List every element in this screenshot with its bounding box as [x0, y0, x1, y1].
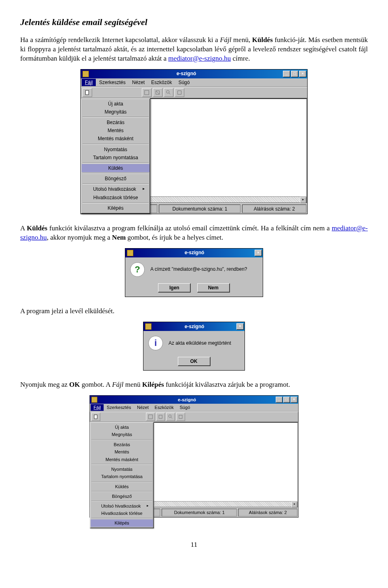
- menu-help[interactable]: Súgó: [175, 79, 193, 86]
- menu-view[interactable]: Nézet: [134, 404, 152, 411]
- menu-item-new[interactable]: Új akta: [82, 100, 150, 108]
- file-dropdown: Új akta Megnyitás Bezárás Mentés Mentés …: [81, 98, 150, 214]
- status-mid: Dokumentumok száma: 1: [159, 204, 240, 213]
- right-pane: ◂ ▸: [141, 98, 307, 203]
- close-button[interactable]: ×: [299, 71, 306, 77]
- ok-button[interactable]: OK: [178, 357, 211, 366]
- window-title: e-szignó: [91, 70, 282, 77]
- menu-item-recent[interactable]: Utolsó hivatkozások: [91, 502, 153, 510]
- menu-item-print[interactable]: Nyomtatás: [91, 466, 153, 473]
- dialog-title: e-szignó: [153, 323, 236, 330]
- toolbar-btn-5[interactable]: [175, 88, 184, 97]
- menu-item-browser[interactable]: Böngésző: [91, 493, 153, 500]
- confirm-dialog: e-szignó × ? A címzett "mediator@e-szign…: [125, 248, 263, 297]
- svg-rect-9: [179, 415, 182, 418]
- scroll-right-arrow[interactable]: ▸: [300, 197, 306, 203]
- section-heading: Jelentés küldése email segítségével: [20, 16, 368, 28]
- app-icon: [145, 323, 152, 330]
- menu-item-printcontent[interactable]: Tartalom nyomtatása: [91, 473, 153, 481]
- menu-item-saveas[interactable]: Mentés másként: [91, 456, 153, 464]
- menu-item-clearrefs[interactable]: Hivatkozások törlése: [82, 194, 150, 202]
- info-dialog: e-szignó × i Az akta elküldése megtörtén…: [143, 322, 245, 371]
- menu-tools[interactable]: Eszközök: [148, 79, 175, 86]
- title-bar: e-szignó _ □ ×: [81, 70, 307, 78]
- menu-item-open[interactable]: Megnyitás: [82, 108, 150, 116]
- menu-tools[interactable]: Eszközök: [152, 404, 177, 411]
- dialog-message: Az akta elküldése megtörtént: [169, 340, 231, 346]
- svg-rect-1: [145, 90, 149, 95]
- menu-item-exit[interactable]: Kilépés: [91, 519, 153, 527]
- toolbar-btn-2[interactable]: [146, 413, 155, 421]
- close-button[interactable]: ×: [291, 396, 297, 403]
- toolbar: [81, 87, 307, 98]
- right-pane: ◂ ▸: [145, 422, 298, 508]
- menu-item-close[interactable]: Bezárás: [91, 441, 153, 449]
- menu-file[interactable]: Fájl: [82, 79, 96, 86]
- menu-item-browser[interactable]: Böngésző: [82, 175, 150, 183]
- horizontal-scrollbar[interactable]: ◂ ▸: [146, 501, 297, 507]
- svg-rect-6: [149, 415, 153, 419]
- status-right: Aláírások száma: 2: [238, 509, 297, 516]
- menu-item-close[interactable]: Bezárás: [82, 118, 150, 126]
- menu-view[interactable]: Nézet: [129, 79, 148, 86]
- svg-point-2: [167, 90, 169, 93]
- toolbar-btn-3[interactable]: [153, 88, 162, 97]
- app-icon: [127, 250, 133, 256]
- svg-point-7: [169, 415, 171, 417]
- app-icon: [82, 71, 89, 77]
- toolbar-new-icon[interactable]: [82, 88, 92, 97]
- app-window-2: e-szignó _ □ × Fájl Szerkesztés Nézet Es…: [89, 395, 298, 518]
- menu-item-send[interactable]: Küldés: [91, 483, 153, 490]
- email-link-1[interactable]: mediator@e-szigno.hu: [168, 55, 231, 62]
- menu-item-save[interactable]: Mentés: [82, 126, 150, 135]
- menu-item-printcontent[interactable]: Tartalom nyomtatása: [82, 154, 150, 162]
- menu-item-save[interactable]: Mentés: [91, 448, 153, 456]
- page-number: 11: [20, 540, 368, 550]
- dialog-message: A címzett "mediator@e-szigno.hu", rendbe…: [150, 266, 247, 272]
- window-title: e-szignó: [99, 396, 275, 403]
- toolbar-btn-4[interactable]: [166, 413, 175, 421]
- menu-bar: Fájl Szerkesztés Nézet Eszközök Súgó: [81, 78, 307, 87]
- menu-file[interactable]: Fájl: [91, 404, 104, 411]
- paragraph-4: Nyomjuk meg az OK gombot. A Fájl menü Ki…: [20, 380, 368, 390]
- toolbar-btn-5[interactable]: [176, 413, 185, 421]
- toolbar-btn-4[interactable]: [164, 88, 173, 97]
- horizontal-scrollbar[interactable]: ◂ ▸: [141, 196, 306, 202]
- dialog-close-button[interactable]: ×: [236, 323, 244, 330]
- svg-rect-0: [86, 90, 89, 95]
- toolbar-new-icon[interactable]: [91, 413, 100, 421]
- file-dropdown: Új akta Megnyitás Bezárás Mentés Mentés …: [90, 422, 154, 528]
- no-button[interactable]: Nem: [197, 283, 230, 293]
- svg-line-8: [171, 417, 172, 418]
- toolbar-btn-3[interactable]: [156, 413, 165, 421]
- maximize-button[interactable]: □: [291, 71, 298, 77]
- info-icon: i: [148, 336, 163, 350]
- menu-item-saveas[interactable]: Mentés másként: [82, 135, 150, 143]
- scroll-right-arrow[interactable]: ▸: [291, 502, 297, 508]
- question-icon: ?: [130, 262, 145, 277]
- app-window-1: e-szignó _ □ × Fájl Szerkesztés Nézet Es…: [80, 69, 308, 214]
- app-icon: [91, 396, 97, 403]
- menu-item-recent[interactable]: Utolsó hivatkozások: [82, 185, 150, 193]
- menu-edit[interactable]: Szerkesztés: [104, 404, 134, 411]
- menu-item-clearrefs[interactable]: Hivatkozások törlése: [91, 510, 153, 517]
- menu-item-send[interactable]: Küldés: [82, 164, 150, 172]
- menu-item-open[interactable]: Megnyitás: [91, 431, 153, 438]
- maximize-button[interactable]: □: [283, 396, 290, 403]
- status-right: Aláírások száma: 2: [242, 204, 306, 213]
- svg-rect-4: [178, 91, 181, 94]
- yes-button[interactable]: Igen: [158, 283, 191, 293]
- menu-item-exit[interactable]: Kilépés: [82, 204, 150, 212]
- menu-edit[interactable]: Szerkesztés: [96, 79, 129, 86]
- dialog-title: e-szignó: [135, 249, 254, 256]
- menu-item-print[interactable]: Nyomtatás: [82, 145, 150, 154]
- paragraph-3: A program jelzi a levél elküldését.: [20, 307, 368, 316]
- minimize-button[interactable]: _: [276, 396, 283, 403]
- minimize-button[interactable]: _: [283, 71, 290, 77]
- paragraph-2: A Küldés funkciót kiválasztva a program …: [20, 224, 368, 242]
- menu-item-new[interactable]: Új akta: [91, 424, 153, 431]
- toolbar-btn-2[interactable]: [142, 88, 152, 97]
- dialog-close-button[interactable]: ×: [255, 250, 262, 256]
- svg-rect-5: [94, 415, 97, 419]
- menu-help[interactable]: Súgó: [177, 404, 193, 411]
